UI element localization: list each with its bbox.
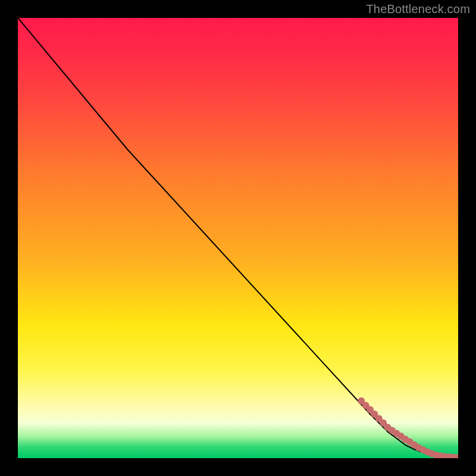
chart-svg-overlay (18, 18, 458, 458)
attribution-label: TheBottleneck.com (366, 2, 470, 16)
plot-area (18, 18, 458, 458)
curve-markers (358, 397, 458, 458)
curve-line (18, 18, 458, 458)
chart-stage: TheBottleneck.com (0, 0, 476, 476)
